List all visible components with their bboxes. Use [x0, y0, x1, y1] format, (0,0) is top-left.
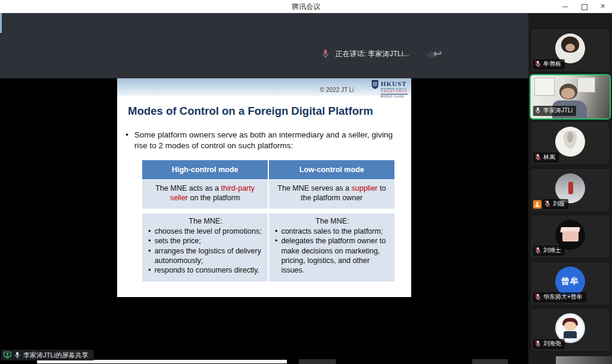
participant-name: 刘博士	[543, 246, 561, 255]
table-cell-high-def: The MNE acts as a third-party seller on …	[142, 180, 268, 209]
person-icon	[534, 201, 540, 207]
speaking-indicator: 正在讲话: 李家涛JTLi...	[322, 47, 442, 60]
participant-name-badge: 林嵩	[533, 152, 559, 163]
participant-name-badge: 华东师大+曾牟	[533, 292, 586, 302]
participant-tile[interactable]: 林嵩	[531, 122, 610, 165]
meeting-topbar: 正在讲话: 李家涛JTLi...	[0, 13, 528, 78]
participant-name: 华东师大+曾牟	[543, 293, 583, 301]
list-item: delegates the platform owner to make dec…	[273, 236, 392, 275]
participant-tile[interactable]: 刘海尧	[531, 308, 610, 351]
hkust-logo-text: HKUST BUSINESS SCHOOL 香港科技大学商学院 WORLD CL…	[381, 80, 408, 98]
annotation-arrows[interactable]	[424, 47, 442, 60]
taskbar-fragment	[299, 359, 336, 364]
minimize-icon[interactable]	[562, 3, 569, 10]
screen-share-icon	[4, 351, 11, 359]
participant-tile[interactable]: 牟善栋	[531, 29, 610, 72]
high-mode-list: chooses the level of promotions; sets th…	[146, 227, 265, 275]
mic-on-icon	[14, 351, 20, 359]
logo-tagline: WORLD CLASS	[381, 94, 408, 98]
table-row-details: The MNE: chooses the level of promotions…	[142, 213, 394, 282]
participant-name-badge: 刘博士	[533, 246, 565, 256]
participant-name-badge: 李家涛JTLi	[533, 106, 576, 116]
table-header-high: High-control mode	[142, 160, 268, 179]
avatar	[555, 127, 585, 157]
list-item: responds to consumers directly.	[146, 265, 265, 275]
participant-name: 牟善栋	[543, 60, 561, 68]
participant-name-badge: 牟善栋	[533, 59, 565, 69]
screen-share-area: © 2022 JT Li HKUST BUSINESS SCHOOL 香港科	[0, 78, 528, 356]
presentation-slide: © 2022 JT Li HKUST BUSINESS SCHOOL 香港科	[117, 78, 411, 297]
table-header-row: High-control mode Low-control mode	[142, 160, 394, 179]
participant-name-badge: 刘海尧	[533, 339, 565, 349]
slide-copyright: © 2022 JT Li	[320, 87, 354, 93]
mic-muted-icon	[544, 200, 550, 207]
participant-tile[interactable]: 刘薇	[531, 169, 610, 212]
window-titlebar: 腾讯会议	[0, 0, 612, 13]
participant-tile[interactable]: 曾牟 华东师大+曾牟	[531, 262, 610, 305]
list-item: arranges the logistics of delivery auton…	[146, 246, 265, 266]
mic-on-icon	[535, 107, 541, 114]
slide-header-band: © 2022 JT Li HKUST BUSINESS SCHOOL 香港科	[117, 78, 411, 97]
participant-name: 李家涛JTLi	[543, 106, 573, 115]
table-header-low: Low-control mode	[269, 160, 394, 179]
table-cell-low-details: The MNE: contracts sales to the platform…	[269, 213, 394, 282]
logo-acronym: HKUST	[381, 80, 408, 88]
window-title: 腾讯会议	[0, 0, 612, 13]
table-cell-low-def: The MNE serves as a supplier to the plat…	[269, 180, 394, 209]
bullet-text: Some platform owners serve as both an in…	[134, 130, 398, 151]
screen-share-badge: 李家涛JTLi的屏幕共享	[1, 350, 94, 360]
logo-chinese: 香港科技大学商学院	[381, 90, 408, 93]
list-item: contracts sales to the platform;	[273, 227, 392, 236]
host-role-badge	[533, 200, 541, 209]
participant-name: 刘薇	[553, 200, 565, 208]
participant-name-badge: 刘薇	[543, 199, 568, 209]
participants-sidebar: 牟善栋 李家涛JTLi	[528, 13, 612, 364]
participant-tile[interactable]: 刘博士	[531, 215, 610, 258]
participant-name: 刘海尧	[543, 339, 561, 348]
mic-muted-icon	[535, 154, 541, 161]
hkust-emblem-icon	[371, 80, 379, 89]
bullet-marker	[126, 130, 134, 151]
def-text: The MNE serves as a	[277, 184, 351, 192]
participant-tile-active-speaker[interactable]: 李家涛JTLi	[531, 75, 610, 118]
slide-bullet-paragraph: Some platform owners serve as both an in…	[126, 130, 398, 151]
speaking-label: 正在讲话: 李家涛JTLi...	[335, 49, 409, 59]
def-emphasis: supplier	[351, 184, 378, 192]
cell-heading: The MNE:	[146, 217, 265, 225]
list-item: sets the price;	[146, 236, 265, 246]
table-cell-high-details: The MNE: chooses the level of promotions…	[142, 213, 268, 282]
list-item: chooses the level of promotions;	[146, 227, 265, 236]
share-badge-label: 李家涛JTLi的屏幕共享	[23, 351, 88, 360]
mic-muted-icon	[535, 340, 541, 347]
taskbar-fragment	[556, 356, 612, 364]
slide-title: Modes of Control on a Foreign Digital Pl…	[128, 105, 373, 118]
mic-muted-icon	[535, 293, 541, 301]
taskbar-fragment	[472, 359, 508, 364]
mic-muted-icon	[535, 247, 541, 254]
cell-heading: The MNE:	[273, 217, 392, 225]
undo-arrow-icon	[432, 47, 442, 60]
def-text: on the platform	[188, 194, 240, 202]
participant-name: 林嵩	[543, 153, 555, 161]
modes-table: High-control mode Low-control mode The M…	[142, 160, 394, 282]
close-icon[interactable]	[600, 3, 607, 10]
maximize-icon[interactable]	[581, 3, 588, 10]
speaker-mic-icon	[322, 49, 329, 59]
low-mode-list: contracts sales to the platform; delegat…	[273, 227, 392, 275]
def-text: The MNE acts as a	[155, 184, 221, 192]
left-edge-accent	[0, 13, 2, 33]
window-controls	[562, 0, 607, 13]
mic-muted-icon	[535, 60, 541, 68]
avatar-initials: 曾牟	[561, 276, 579, 287]
table-row-definition: The MNE acts as a third-party seller on …	[142, 180, 394, 209]
hkust-logo: HKUST BUSINESS SCHOOL 香港科技大学商学院 WORLD CL…	[371, 80, 408, 98]
tencent-meeting-window: 腾讯会议 正在讲话: 李家涛JTLi... © 2022 JT Li	[0, 0, 612, 364]
arrows-icon	[424, 48, 432, 60]
